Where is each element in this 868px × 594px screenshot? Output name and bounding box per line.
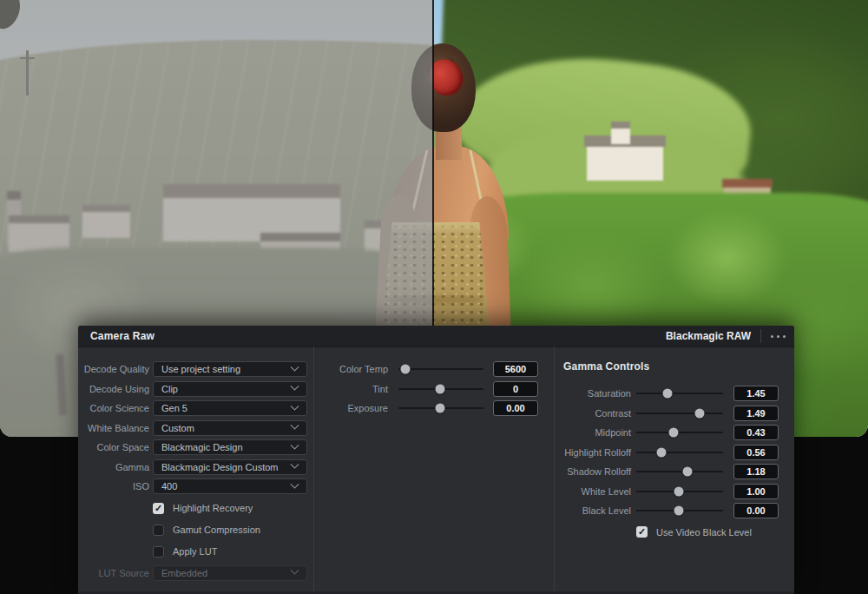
field-label: White Level — [555, 486, 631, 497]
gamut-compression-checkbox[interactable] — [153, 525, 164, 536]
slider-knob[interactable] — [657, 447, 667, 457]
field-label: Shadow Rolloff — [555, 466, 631, 477]
shadow-rolloff-slider[interactable] — [636, 465, 723, 478]
lut-source-dropdown: Embedded — [153, 565, 307, 581]
shadow-rolloff-value[interactable]: 1.18 — [733, 464, 779, 479]
color-temp-value[interactable]: 5600 — [493, 361, 538, 377]
slider-knob[interactable] — [436, 404, 445, 413]
check-icon: ✓ — [155, 504, 162, 513]
white-balance-dropdown[interactable]: Custom — [153, 420, 307, 436]
checkbox-label: Highlight Recovery — [173, 503, 253, 513]
white-house — [587, 146, 663, 181]
chevron-down-icon — [291, 566, 299, 575]
apply-lut-checkbox[interactable] — [153, 546, 164, 558]
field-label: Tint — [314, 384, 388, 394]
tint-value[interactable]: 0 — [493, 381, 538, 397]
chevron-down-icon — [291, 460, 299, 469]
field-label: Black Level — [555, 505, 631, 516]
field-label: Gamma — [78, 462, 149, 472]
exposure-value[interactable]: 0.00 — [493, 400, 538, 416]
highlight-recovery-checkbox[interactable]: ✓ — [153, 503, 164, 514]
temp-exposure-column: Color Temp 5600 Tint 0 Exposure 0.00 — [313, 346, 554, 594]
field-label: White Balance — [78, 423, 149, 433]
slider-knob[interactable] — [669, 428, 679, 438]
gamma-dropdown[interactable]: Blackmagic Design Custom — [153, 459, 307, 475]
house — [722, 179, 773, 188]
midpoint-slider[interactable] — [636, 426, 723, 439]
field-label: Midpoint — [555, 427, 631, 438]
camera-raw-panel: Camera Raw Blackmagic RAW Decode Quality… — [78, 326, 794, 594]
chevron-down-icon — [291, 421, 299, 430]
slider-knob[interactable] — [400, 365, 410, 374]
slider-knob[interactable] — [674, 506, 684, 516]
section-title: Gamma Controls — [555, 359, 794, 374]
field-label: LUT Source — [78, 568, 149, 578]
checkbox-label: Use Video Black Level — [656, 527, 752, 538]
header-divider — [760, 329, 761, 343]
checkbox-label: Gamut Compression — [173, 525, 260, 535]
midpoint-value[interactable]: 0.43 — [733, 425, 779, 440]
iso-dropdown[interactable]: 400 — [153, 478, 307, 494]
chevron-down-icon — [291, 440, 299, 449]
black-level-slider[interactable] — [636, 505, 723, 517]
color-science-dropdown[interactable]: Gen 5 — [153, 400, 307, 416]
field-label: ISO — [78, 481, 149, 492]
field-label: Highlight Rolloff — [555, 447, 631, 458]
white-level-slider[interactable] — [636, 485, 723, 498]
white-level-value[interactable]: 1.00 — [733, 484, 779, 499]
saturation-value[interactable]: 1.45 — [733, 386, 779, 401]
chevron-down-icon — [291, 362, 299, 371]
slider-knob[interactable] — [674, 486, 684, 496]
gamma-controls-column: Gamma Controls Saturation 1.45 Contrast … — [554, 346, 794, 594]
raw-type-label: Blackmagic RAW — [666, 330, 751, 342]
field-label: Decode Using — [78, 384, 149, 394]
color-temp-slider[interactable] — [398, 363, 483, 375]
field-label: Contrast — [555, 408, 631, 419]
saturation-slider[interactable] — [636, 387, 723, 399]
exposure-slider[interactable] — [398, 402, 483, 414]
decode-using-dropdown[interactable]: Clip — [153, 381, 307, 397]
color-space-dropdown[interactable]: Blackmagic Design — [153, 439, 307, 455]
checkbox-label: Apply LUT — [173, 546, 217, 557]
slider-knob[interactable] — [663, 389, 673, 399]
field-label: Exposure — [314, 403, 388, 413]
tint-slider[interactable] — [398, 383, 483, 395]
field-label: Color Temp — [314, 364, 388, 374]
use-video-black-level-checkbox[interactable]: ✓ — [636, 526, 648, 538]
check-icon: ✓ — [638, 527, 646, 537]
options-menu-button[interactable] — [769, 330, 794, 343]
field-label: Color Space — [78, 442, 149, 452]
panel-header-right: Blackmagic RAW — [666, 326, 794, 346]
decode-quality-dropdown[interactable]: Use project setting — [153, 361, 307, 377]
highlight-rolloff-value[interactable]: 0.56 — [733, 445, 779, 460]
slider-knob[interactable] — [683, 467, 693, 477]
panel-header: Camera Raw Blackmagic RAW — [78, 326, 794, 347]
field-label: Saturation — [555, 388, 631, 399]
chevron-down-icon — [291, 479, 299, 488]
slider-knob[interactable] — [436, 384, 445, 393]
slider-knob[interactable] — [695, 408, 705, 418]
contrast-value[interactable]: 1.49 — [733, 406, 779, 421]
panel-title: Camera Raw — [78, 330, 155, 342]
decode-settings-column: Decode Quality Use project setting Decod… — [78, 346, 313, 594]
field-label: Color Science — [78, 403, 149, 413]
black-level-value[interactable]: 0.00 — [733, 503, 779, 518]
chevron-down-icon — [291, 382, 299, 391]
contrast-slider[interactable] — [636, 407, 723, 419]
chevron-down-icon — [291, 401, 299, 410]
application-window: Camera Raw Blackmagic RAW Decode Quality… — [0, 0, 868, 594]
field-label: Decode Quality — [78, 364, 149, 374]
highlight-rolloff-slider[interactable] — [636, 446, 723, 459]
